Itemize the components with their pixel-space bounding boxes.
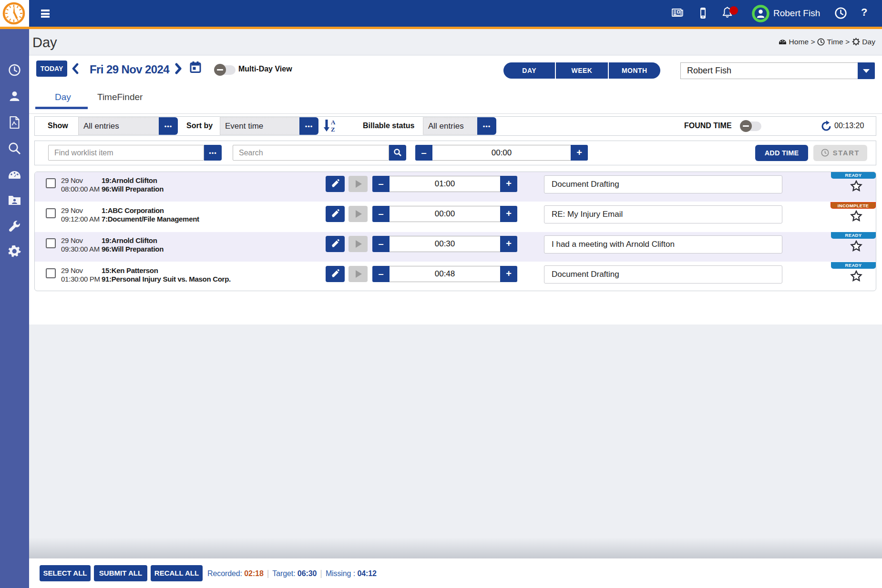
svg-text:A: A [331, 119, 336, 126]
svg-text:Z: Z [331, 126, 335, 132]
